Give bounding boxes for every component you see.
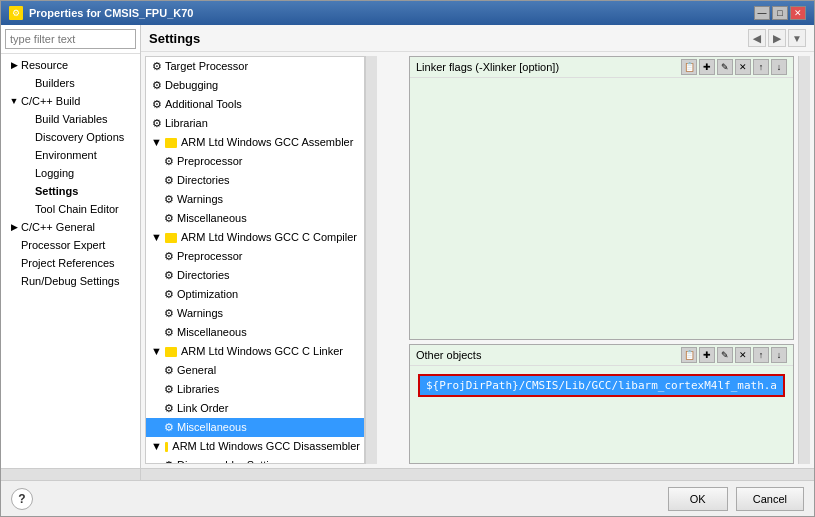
- linker-flags-label: Linker flags (-Xlinker [option]): [416, 61, 559, 73]
- expand-resource-icon: ▶: [9, 60, 19, 70]
- settings-arm-c-compiler[interactable]: ▼ ARM Ltd Windows GCC C Compiler: [146, 228, 364, 247]
- right-panel-scrollbar-v[interactable]: [798, 56, 810, 464]
- linker-down-button[interactable]: ↓: [771, 59, 787, 75]
- sidebar-item-discovery-options[interactable]: Discovery Options: [1, 128, 140, 146]
- sidebar-item-settings[interactable]: Settings: [1, 182, 140, 200]
- settings-additional-tools[interactable]: ⚙ Additional Tools: [146, 95, 364, 114]
- sidebar-item-resource[interactable]: ▶ Resource: [1, 56, 140, 74]
- other-objects-label: Other objects: [416, 349, 481, 361]
- settings-misc1[interactable]: ⚙ Miscellaneous: [146, 209, 364, 228]
- settings-arm-disassembler[interactable]: ▼ ARM Ltd Windows GCC Disassembler: [146, 437, 364, 456]
- main-panel: Settings ◀ ▶ ▼ ⚙ Target Processor: [141, 25, 814, 480]
- settings-disassembler-settings[interactable]: ⚙ Disassembler Settings: [146, 456, 364, 464]
- gear-icon-misc3: ⚙: [162, 421, 175, 434]
- settings-librarian[interactable]: ⚙ Librarian: [146, 114, 364, 133]
- settings-preprocessor1[interactable]: ⚙ Preprocessor: [146, 152, 364, 171]
- settings-preprocessor2[interactable]: ⚙ Preprocessor: [146, 247, 364, 266]
- linker-up-button[interactable]: ↑: [753, 59, 769, 75]
- sidebar-item-tool-chain-editor[interactable]: Tool Chain Editor: [1, 200, 140, 218]
- left-panel-scrollbar-h[interactable]: [1, 468, 140, 480]
- other-up-button[interactable]: ↑: [753, 347, 769, 363]
- other-objects-icons: 📋 ✚ ✎ ✕ ↑ ↓: [681, 347, 787, 363]
- settings-target-processor[interactable]: ⚙ Target Processor: [146, 57, 364, 76]
- settings-misc2[interactable]: ⚙ Miscellaneous: [146, 323, 364, 342]
- sidebar-item-cpp-build-label: C/C++ Build: [21, 93, 80, 109]
- gear-icon-libs: ⚙: [162, 383, 175, 396]
- sidebar-item-build-variables[interactable]: Build Variables: [1, 110, 140, 128]
- sidebar-item-build-variables-label: Build Variables: [35, 111, 108, 127]
- sidebar-item-tce-label: Tool Chain Editor: [35, 201, 119, 217]
- linker-copy-button[interactable]: 📋: [681, 59, 697, 75]
- settings-directories2-label: Directories: [177, 267, 230, 284]
- settings-arm-assembler[interactable]: ▼ ARM Ltd Windows GCC Assembler: [146, 133, 364, 152]
- folder-icon-asm: ▼: [150, 136, 163, 149]
- settings-tree-scrollbar-v[interactable]: [365, 56, 377, 464]
- settings-libraries[interactable]: ⚙ Libraries: [146, 380, 364, 399]
- settings-body: ⚙ Target Processor ⚙ Debugging ⚙ Additio…: [141, 52, 814, 468]
- settings-misc3[interactable]: ⚙ Miscellaneous: [146, 418, 364, 437]
- expand-builders-icon: [9, 78, 19, 88]
- settings-title: Settings: [149, 31, 200, 46]
- cancel-button[interactable]: Cancel: [736, 487, 804, 511]
- settings-optimization[interactable]: ⚙ Optimization: [146, 285, 364, 304]
- maximize-button[interactable]: □: [772, 6, 788, 20]
- linker-delete-button[interactable]: ✕: [735, 59, 751, 75]
- settings-directories1-label: Directories: [177, 172, 230, 189]
- settings-directories2[interactable]: ⚙ Directories: [146, 266, 364, 285]
- linker-flags-section: Linker flags (-Xlinker [option]) 📋 ✚ ✎ ✕…: [409, 56, 794, 340]
- bottom-action-buttons: OK Cancel: [668, 487, 804, 511]
- filter-input[interactable]: [5, 29, 136, 49]
- expand-tce-icon: [9, 204, 19, 214]
- settings-directories1[interactable]: ⚙ Directories: [146, 171, 364, 190]
- other-delete-button[interactable]: ✕: [735, 347, 751, 363]
- settings-warnings2[interactable]: ⚙ Warnings: [146, 304, 364, 323]
- sidebar-item-logging[interactable]: Logging: [1, 164, 140, 182]
- settings-scrollbar-h[interactable]: [141, 468, 814, 480]
- settings-preprocessor2-label: Preprocessor: [177, 248, 242, 265]
- linker-flags-content: [410, 78, 793, 339]
- expand-pr-icon: [9, 258, 19, 268]
- other-down-button[interactable]: ↓: [771, 347, 787, 363]
- window-controls: — □ ✕: [754, 6, 806, 20]
- sidebar-item-logging-label: Logging: [35, 165, 74, 181]
- sidebar-item-environment-label: Environment: [35, 147, 97, 163]
- settings-header: Settings ◀ ▶ ▼: [141, 25, 814, 52]
- close-button[interactable]: ✕: [790, 6, 806, 20]
- other-add-button[interactable]: ✚: [699, 347, 715, 363]
- other-edit-button[interactable]: ✎: [717, 347, 733, 363]
- sidebar-item-settings-label: Settings: [35, 183, 78, 199]
- settings-general-label: General: [177, 362, 216, 379]
- sidebar-item-pr-label: Project References: [21, 255, 115, 271]
- other-objects-selected-item[interactable]: ${ProjDirPath}/CMSIS/Lib/GCC/libarm_cort…: [418, 374, 785, 397]
- nav-dropdown-button[interactable]: ▼: [788, 29, 806, 47]
- minimize-button[interactable]: —: [754, 6, 770, 20]
- sidebar-item-processor-expert[interactable]: Processor Expert: [1, 236, 140, 254]
- other-copy-button[interactable]: 📋: [681, 347, 697, 363]
- help-button[interactable]: ?: [11, 488, 33, 510]
- content-area: ▶ Resource Builders ▼ C/C++ Build Build …: [1, 25, 814, 480]
- settings-debugging[interactable]: ⚙ Debugging: [146, 76, 364, 95]
- nav-back-button[interactable]: ◀: [748, 29, 766, 47]
- linker-edit-button[interactable]: ✎: [717, 59, 733, 75]
- sidebar-item-cpp-build[interactable]: ▼ C/C++ Build: [1, 92, 140, 110]
- linker-add-button[interactable]: ✚: [699, 59, 715, 75]
- folder-icon-linker: ▼: [150, 345, 163, 358]
- sidebar-item-project-references[interactable]: Project References: [1, 254, 140, 272]
- settings-tree-wrap: ⚙ Target Processor ⚙ Debugging ⚙ Additio…: [145, 56, 405, 464]
- settings-link-order-label: Link Order: [177, 400, 228, 417]
- ok-button[interactable]: OK: [668, 487, 728, 511]
- sidebar-item-run-debug[interactable]: Run/Debug Settings: [1, 272, 140, 290]
- sidebar-item-environment[interactable]: Environment: [1, 146, 140, 164]
- settings-warnings1-label: Warnings: [177, 191, 223, 208]
- sidebar-item-cpp-general[interactable]: ▶ C/C++ General: [1, 218, 140, 236]
- settings-warnings1[interactable]: ⚙ Warnings: [146, 190, 364, 209]
- sidebar-item-builders[interactable]: Builders: [1, 74, 140, 92]
- nav-forward-button[interactable]: ▶: [768, 29, 786, 47]
- settings-arm-c-linker[interactable]: ▼ ARM Ltd Windows GCC C Linker: [146, 342, 364, 361]
- settings-additional-tools-label: Additional Tools: [165, 96, 242, 113]
- settings-link-order[interactable]: ⚙ Link Order: [146, 399, 364, 418]
- other-objects-content: ${ProjDirPath}/CMSIS/Lib/GCC/libarm_cort…: [410, 366, 793, 463]
- settings-general[interactable]: ⚙ General: [146, 361, 364, 380]
- settings-arm-c-compiler-label: ARM Ltd Windows GCC C Compiler: [181, 229, 357, 246]
- main-window: ⚙ Properties for CMSIS_FPU_K70 — □ ✕ ▶ R…: [0, 0, 815, 517]
